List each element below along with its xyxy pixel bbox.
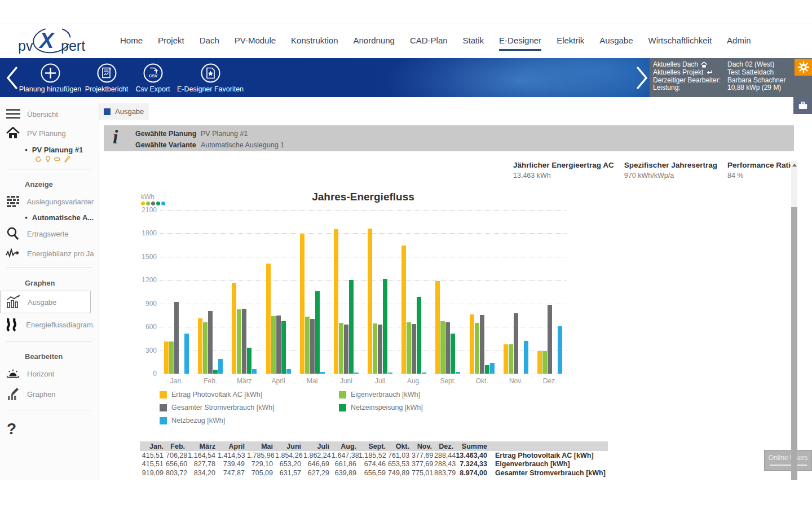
bar-ertrag — [537, 351, 542, 374]
nav-item-cadplan[interactable]: CAD-Plan — [410, 32, 448, 51]
bar-netzeinspeisung — [315, 291, 320, 374]
main-nav: HomeProjektDachPV-ModuleKonstruktionAnor… — [120, 24, 751, 58]
y-tick-label: 1800 — [134, 229, 157, 237]
legend-item-4[interactable]: Netzbezug [kWh] — [160, 417, 339, 424]
bar-netzbezug — [320, 372, 325, 374]
sidebar-item-bersicht[interactable]: Übersicht — [0, 105, 99, 123]
legend-swatch — [339, 391, 346, 398]
table-header-cell: Feb. — [166, 443, 187, 450]
online-users-button[interactable]: Online Users — [764, 450, 812, 471]
sidebar-item-auslegungsvarianten[interactable]: Auslegungsvarianten — [0, 192, 99, 211]
plus-circle-icon — [40, 63, 61, 84]
workspace-button[interactable] — [793, 97, 812, 114]
sidebar-item-pvplanung[interactable]: PV Planung — [0, 123, 99, 143]
tab-ausgabe[interactable]: Ausgabe — [99, 103, 149, 120]
bar-ertrag — [401, 246, 406, 374]
table-cell: 1.854,26 — [275, 452, 303, 459]
settings-button[interactable] — [795, 59, 812, 76]
legend-item-2[interactable]: Gesamter Stromverbrauch [kWh] — [160, 404, 339, 411]
sidebar-item-energieflussdiagram[interactable]: Energieflussdiagram... — [0, 313, 99, 336]
table-cell: 674,46 — [359, 460, 388, 468]
pvxpert-logo[interactable]: pv X pert — [16, 28, 89, 57]
toolbar-button-csv[interactable]: CSVCsv Export — [131, 63, 174, 93]
bar-eigenverbrauch — [305, 317, 310, 374]
table-cell: 1.164,54 — [187, 452, 218, 459]
sidebar-item-label: Horizont — [27, 370, 54, 378]
table-cell: 653,53 — [388, 460, 412, 468]
sidebar-subitem-pvplanung1[interactable]: ●PV Planung #1 — [0, 143, 99, 155]
bar-netzbezug — [218, 359, 223, 374]
kpi-stat: Jährlicher Energieertrag AC13.463 kWh — [513, 161, 614, 179]
kpi-label: Spezifischer Jahresertrag — [624, 161, 717, 169]
table-cell: 1.785,96 — [247, 452, 275, 459]
toolbar-button-report[interactable]: Projektbericht — [83, 63, 130, 93]
nav-item-edesigner[interactable]: E-Designer — [499, 32, 541, 51]
x-axis-labels: Jan.Feb.MärzAprilMaiJuniJuliAug.Sept.Okt… — [160, 377, 567, 385]
nav-item-home[interactable]: Home — [120, 32, 143, 51]
top-header: pv X pert HomeProjektDachPV-ModuleKonstr… — [0, 24, 812, 58]
help-button[interactable]: ? — [0, 415, 99, 438]
table-header-cell: Okt. — [388, 443, 412, 450]
table-cell: 656,59 — [359, 469, 388, 477]
kpi-label: Performance Ratio — [727, 161, 795, 169]
csv-icon: CSV — [143, 63, 164, 84]
toolbar-button-favorites[interactable]: E-Designer Favoriten — [176, 63, 245, 93]
bar-groups — [160, 210, 567, 374]
table-cell: 747,87 — [218, 469, 247, 477]
bar-netzbezug — [354, 373, 359, 374]
info-row-label: Gewählte Planung — [135, 130, 201, 138]
nav-item-statik[interactable]: Statik — [463, 32, 484, 51]
bar-eigenverbrauch — [271, 316, 276, 374]
bar-gesamter — [242, 309, 246, 374]
bar-group-sept — [431, 210, 465, 374]
sidebar-item-energiebilanzprojahr[interactable]: Energiebilanz pro Jahr — [0, 244, 99, 262]
project-panel-label-text: Aktuelles Dach — [653, 61, 698, 69]
sidebar-item-label: Energiebilanz pro Jahr — [27, 249, 94, 258]
legend-item-3[interactable]: Netzeinspeisung [kWh] — [339, 404, 518, 411]
monthly-data-table: Jan.Feb.MärzAprilMaiJuniJuliAug.Sept.Okt… — [140, 441, 608, 478]
legend-item-1[interactable]: Eigenverbrauch [kWh] — [339, 391, 518, 398]
bar-netzeinspeisung — [417, 297, 421, 374]
bar-eigenverbrauch — [475, 323, 479, 374]
nav-item-dach[interactable]: Dach — [200, 32, 219, 51]
sidebar-subitem-automatischea[interactable]: ●Automatische A... — [0, 211, 99, 223]
bar-gesamter — [480, 315, 484, 374]
nav-item-konstruktion[interactable]: Konstruktion — [291, 32, 338, 51]
scrollbar-thumb[interactable] — [791, 207, 797, 480]
table-cell: 883,79 — [434, 469, 456, 477]
table-header-cell: Juli — [303, 443, 332, 450]
nav-item-ausgabe[interactable]: Ausgabe — [599, 32, 633, 51]
nav-item-admin[interactable]: Admin — [727, 32, 751, 51]
chevron-right-icon[interactable] — [635, 66, 650, 90]
y-tick-label: 2100 — [134, 206, 157, 214]
sidebar-item-horizont[interactable]: Horizont — [0, 364, 99, 383]
chart-bars-icon — [6, 295, 21, 309]
nav-item-wirtschaftlichkeit[interactable]: Wirtschaftlichkeit — [648, 32, 712, 51]
bar-gesamter — [344, 325, 348, 374]
sidebar-item-graphen[interactable]: Graphen — [0, 383, 99, 405]
project-panel-label: Derzeitiger Bearbeiter: — [653, 77, 727, 85]
bar-netzbezug — [286, 369, 291, 374]
nav-item-pvmodule[interactable]: PV-Module — [235, 32, 276, 51]
sidebar-item-ausgabe[interactable]: Ausgabe — [0, 291, 91, 313]
bar-netzeinspeisung — [247, 348, 251, 374]
bar-eigenverbrauch — [440, 321, 445, 374]
table-cell: 729,10 — [247, 460, 275, 468]
legend-item-0[interactable]: Ertrag Photovoltaik AC [kWh] — [160, 391, 339, 398]
project-panel-row: Derzeitiger Bearbeiter:Barbara Schachner — [650, 77, 812, 85]
project-panel-label: Aktuelles Dach — [653, 61, 727, 69]
nav-item-anordnung[interactable]: Anordnung — [354, 32, 395, 51]
sidebar-item-ertragswerte[interactable]: Ertragswerte — [0, 223, 99, 244]
nav-item-projekt[interactable]: Projekt — [158, 32, 184, 51]
legend-swatch — [160, 391, 167, 398]
y-tick-label: 600 — [134, 323, 157, 331]
toolbar-button-plus-circle[interactable]: Planung hinzufügen — [17, 63, 83, 93]
vertical-scrollbar[interactable] — [791, 161, 797, 480]
table-header-cell: April — [218, 443, 247, 450]
nav-item-elektrik[interactable]: Elektrik — [557, 32, 584, 51]
bar-group-mai — [295, 210, 329, 374]
bar-group-feb — [193, 210, 227, 374]
scroll-up-icon[interactable] — [792, 164, 797, 167]
bar-netzbezug — [524, 341, 528, 374]
project-panel-value: Dach 02 (West) — [727, 61, 774, 69]
